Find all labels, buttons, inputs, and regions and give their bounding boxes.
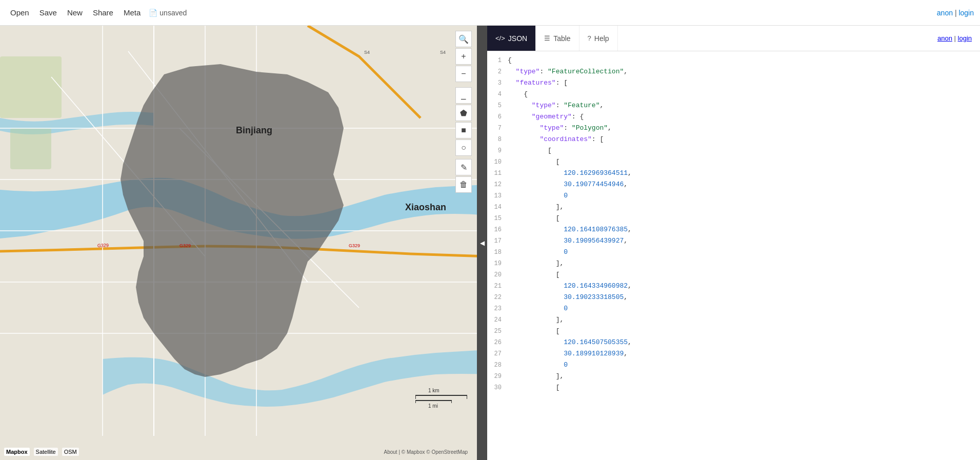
map-collapse-button[interactable]: ◀ bbox=[477, 26, 487, 460]
line-content: 0 bbox=[508, 360, 980, 371]
line-number: 17 bbox=[487, 236, 508, 247]
zoom-out-button[interactable]: − bbox=[455, 66, 472, 82]
line-content: { bbox=[508, 55, 980, 67]
line-number: 8 bbox=[487, 134, 508, 146]
line-content: "type": "Polygon", bbox=[508, 123, 980, 134]
tab-json[interactable]: </> JSON bbox=[487, 26, 536, 51]
tab-help-label: Help bbox=[594, 34, 609, 43]
tab-json-label: JSON bbox=[508, 34, 527, 43]
code-line: 22 30.190233318505, bbox=[487, 292, 980, 304]
help-icon: ? bbox=[588, 34, 591, 42]
line-number: 27 bbox=[487, 349, 508, 360]
map-draw-controls: ⎯ ⬟ ■ ○ bbox=[455, 87, 472, 156]
line-content: [ bbox=[508, 157, 980, 168]
line-number: 7 bbox=[487, 123, 508, 134]
attribution-text: About | © Mapbox © OpenStreetMap bbox=[384, 449, 468, 455]
line-content: 120.164108976385, bbox=[508, 225, 980, 236]
search-button[interactable]: 🔍 bbox=[455, 31, 472, 47]
line-content: 30.190233318505, bbox=[508, 292, 980, 304]
save-button[interactable]: Save bbox=[35, 6, 61, 19]
code-line: 15 [ bbox=[487, 213, 980, 225]
line-content: 120.164507505355, bbox=[508, 337, 980, 349]
svg-rect-27 bbox=[415, 400, 416, 403]
line-number: 13 bbox=[487, 191, 508, 202]
draw-rectangle-button[interactable]: ■ bbox=[455, 122, 472, 138]
delete-button[interactable]: 🗑 bbox=[455, 176, 472, 193]
line-content: 0 bbox=[508, 247, 980, 258]
code-line: 18 0 bbox=[487, 247, 980, 258]
meta-button[interactable]: Meta bbox=[119, 6, 145, 19]
file-icon: 📄 bbox=[149, 9, 157, 17]
line-content: 30.190956439927, bbox=[508, 236, 980, 247]
map-attribution: Mapbox Satellite OSM About | © Mapbox © … bbox=[0, 448, 472, 456]
main-content: Binjiang Xiaoshan G329 G329 G329 S4 S4 1… bbox=[0, 26, 980, 460]
svg-text:Xiaoshan: Xiaoshan bbox=[405, 202, 446, 212]
line-number: 6 bbox=[487, 112, 508, 123]
line-content: 120.164334960982, bbox=[508, 281, 980, 292]
code-line: 16 120.164108976385, bbox=[487, 225, 980, 236]
code-line: 12 30.190774454946, bbox=[487, 179, 980, 191]
line-number: 14 bbox=[487, 202, 508, 213]
line-number: 22 bbox=[487, 292, 508, 304]
line-number: 19 bbox=[487, 258, 508, 270]
anon-link[interactable]: anon bbox=[937, 9, 953, 17]
code-line: 20 [ bbox=[487, 270, 980, 281]
code-line: 21 120.164334960982, bbox=[487, 281, 980, 292]
tab-table-label: Table bbox=[553, 34, 570, 43]
edit-button[interactable]: ✎ bbox=[455, 159, 472, 175]
code-line: 30 [ bbox=[487, 383, 980, 394]
svg-text:S4: S4 bbox=[364, 50, 370, 55]
svg-rect-28 bbox=[451, 400, 452, 403]
line-number: 30 bbox=[487, 383, 508, 394]
panel-tabs: </> JSON ☰ Table ? Help anon | login bbox=[487, 26, 980, 51]
draw-point-button[interactable]: ○ bbox=[455, 139, 472, 156]
new-button[interactable]: New bbox=[63, 6, 87, 19]
line-number: 1 bbox=[487, 55, 508, 67]
login-link[interactable]: login bbox=[958, 9, 974, 17]
draw-polygon-button[interactable]: ⬟ bbox=[455, 105, 472, 121]
draw-line-button[interactable]: ⎯ bbox=[455, 87, 472, 104]
line-number: 16 bbox=[487, 225, 508, 236]
top-nav: Open Save New Share Meta 📄 unsaved anon … bbox=[0, 0, 980, 26]
login-panel-link[interactable]: login bbox=[958, 34, 972, 42]
map-svg: Binjiang Xiaoshan G329 G329 G329 S4 S4 1… bbox=[0, 26, 487, 460]
tab-help[interactable]: ? Help bbox=[579, 26, 618, 51]
code-line: 14 ], bbox=[487, 202, 980, 213]
code-line: 9 [ bbox=[487, 146, 980, 157]
code-editor[interactable]: 1{2 "type": "FeatureCollection",3 "featu… bbox=[487, 51, 980, 460]
line-content: 120.162969364511, bbox=[508, 168, 980, 179]
line-number: 24 bbox=[487, 315, 508, 326]
line-content: { bbox=[508, 89, 980, 101]
code-line: 29 ], bbox=[487, 371, 980, 383]
line-number: 15 bbox=[487, 213, 508, 225]
line-number: 20 bbox=[487, 270, 508, 281]
line-content: "coordinates": [ bbox=[508, 134, 980, 146]
anon-panel-link[interactable]: anon bbox=[937, 34, 952, 42]
code-line: 17 30.190956439927, bbox=[487, 236, 980, 247]
code-line: 2 "type": "FeatureCollection", bbox=[487, 67, 980, 78]
unsaved-indicator: 📄 unsaved bbox=[149, 9, 187, 17]
line-content: 30.189910128939, bbox=[508, 349, 980, 360]
svg-rect-24 bbox=[467, 395, 467, 399]
line-number: 4 bbox=[487, 89, 508, 101]
code-line: 26 120.164507505355, bbox=[487, 337, 980, 349]
osm-layer-button[interactable]: OSM bbox=[62, 448, 79, 456]
line-content: "features": [ bbox=[508, 78, 980, 89]
line-number: 12 bbox=[487, 179, 508, 191]
share-button[interactable]: Share bbox=[89, 6, 117, 19]
line-number: 2 bbox=[487, 67, 508, 78]
line-content: ], bbox=[508, 371, 980, 383]
tab-table[interactable]: ☰ Table bbox=[536, 26, 579, 51]
svg-text:1 km: 1 km bbox=[428, 388, 439, 393]
code-line: 3 "features": [ bbox=[487, 78, 980, 89]
line-content: [ bbox=[508, 326, 980, 337]
mapbox-layer-button[interactable]: Mapbox bbox=[4, 448, 30, 456]
satellite-layer-button[interactable]: Satellite bbox=[34, 448, 58, 456]
collapse-arrow-icon: ◀ bbox=[480, 239, 485, 247]
code-line: 1{ bbox=[487, 55, 980, 67]
map-zoom-controls: 🔍 + − bbox=[455, 31, 472, 82]
map-edit-controls: ✎ 🗑 bbox=[455, 159, 472, 193]
open-button[interactable]: Open bbox=[6, 6, 33, 19]
zoom-in-button[interactable]: + bbox=[455, 48, 472, 65]
line-content: ], bbox=[508, 258, 980, 270]
